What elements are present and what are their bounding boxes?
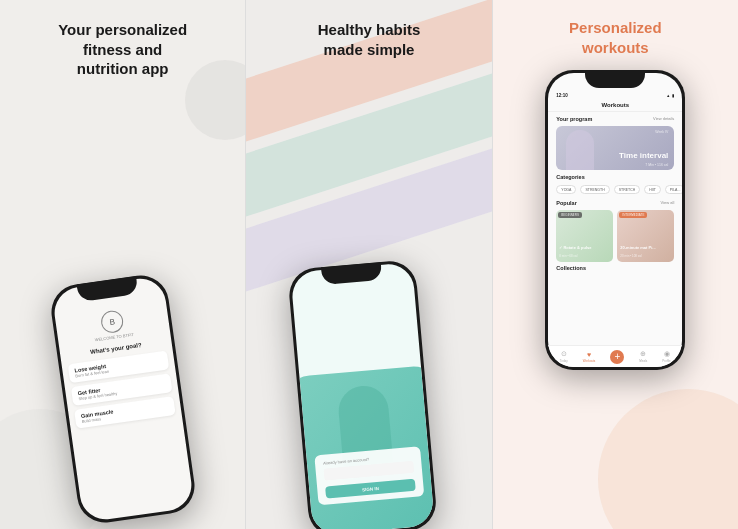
phone-mid: Already have an account? SIGN IN xyxy=(287,259,438,529)
nav-today-label: Today xyxy=(560,359,568,363)
question-heading: What's your goal? xyxy=(90,342,142,355)
profile-icon: ◉ xyxy=(664,350,670,358)
sign-in-form: Already have an account? SIGN IN xyxy=(314,446,424,505)
mid-heading: Healthy habits made simple xyxy=(302,0,437,69)
right-heading: Personalized workouts xyxy=(553,0,678,67)
program-title: Time interval xyxy=(619,152,668,160)
nav-add[interactable]: + xyxy=(610,350,624,364)
cat-strength[interactable]: STRENGTH xyxy=(580,185,609,194)
today-icon: ⊙ xyxy=(561,350,567,358)
beginner-badge: BEGINNERS xyxy=(558,212,582,218)
cat-stretch[interactable]: STRETCH xyxy=(614,185,641,194)
categories-label: Categories xyxy=(548,170,682,182)
sign-in-button[interactable]: SIGN IN xyxy=(325,479,416,499)
nav-today[interactable]: ⊙ Today xyxy=(560,350,568,363)
pop-title-1: ✓ Rotate & pulse xyxy=(559,245,591,250)
nav-meals[interactable]: ⊕ Meals xyxy=(639,350,647,363)
pop-meta-2: 20 min • 108 cal xyxy=(620,254,641,258)
cat-yoga[interactable]: YOGA xyxy=(556,185,576,194)
person-silhouette xyxy=(566,130,594,170)
nav-profile[interactable]: ◉ Profile xyxy=(662,350,671,363)
welcome-text: WELCOME TO BTFIT xyxy=(94,332,134,342)
panel-mid: Healthy habits made simple Already have … xyxy=(246,0,492,529)
add-icon[interactable]: + xyxy=(610,350,624,364)
phone-right: 12:10 ▲ ▮ Workouts Your program View det… xyxy=(545,70,685,370)
pop-meta-1: 8 min • 68 cal xyxy=(559,254,577,258)
logo-circle: B xyxy=(99,309,124,334)
nav-workouts-label: Workouts xyxy=(583,359,596,363)
collections-label: Collections xyxy=(548,262,682,271)
panel-right: Personalized workouts 12:10 ▲ ▮ Workouts xyxy=(493,0,738,529)
sign-in-btn-label: SIGN IN xyxy=(362,485,379,491)
bottom-nav: ⊙ Today ♥ Workouts + ⊕ Meals xyxy=(548,345,682,367)
wifi-icon: ▲ xyxy=(666,93,670,98)
program-label: Your program xyxy=(556,112,592,124)
nav-title: Workouts xyxy=(602,102,630,108)
popular-card-2[interactable]: INTERMEDIATE 20-minute mat Pi... 20 min … xyxy=(617,210,674,262)
time-display: 12:10 xyxy=(556,93,568,98)
notch-right xyxy=(585,70,645,88)
app-nav-bar: Workouts xyxy=(548,100,682,112)
panel-left: Your personalized fitness and nutrition … xyxy=(0,0,246,529)
popular-card-1[interactable]: BEGINNERS ✓ Rotate & pulse 8 min • 68 ca… xyxy=(556,210,613,262)
cat-hiit[interactable]: HIIT xyxy=(644,185,661,194)
categories-row: YOGA STRENGTH STRETCH HIIT PILA... xyxy=(548,182,682,197)
popular-row: BEGINNERS ✓ Rotate & pulse 8 min • 68 ca… xyxy=(548,210,682,262)
program-week: Week IV xyxy=(655,130,668,134)
status-icons: ▲ ▮ xyxy=(666,93,674,98)
nav-workouts[interactable]: ♥ Workouts xyxy=(583,351,596,363)
program-card: Week IV Time interval 7 Min • 116 cal xyxy=(556,126,674,170)
battery-icon: ▮ xyxy=(672,93,674,98)
logo-area: B WELCOME TO BTFIT xyxy=(91,308,134,342)
meals-icon: ⊕ xyxy=(640,350,646,358)
nav-meals-label: Meals xyxy=(639,359,647,363)
status-bar: 12:10 ▲ ▮ xyxy=(548,91,682,100)
left-heading: Your personalized fitness and nutrition … xyxy=(42,0,203,89)
popular-label: Popular xyxy=(556,197,576,208)
program-link[interactable]: View details xyxy=(653,116,674,121)
workouts-icon: ♥ xyxy=(587,351,591,358)
pop-title-2: 20-minute mat Pi... xyxy=(620,245,655,250)
program-section-row: Your program View details xyxy=(548,112,682,126)
intermediate-badge: INTERMEDIATE xyxy=(619,212,647,218)
program-meta: 7 Min • 116 cal xyxy=(645,163,668,167)
cat-pilates[interactable]: PILA... xyxy=(665,185,682,194)
popular-link[interactable]: View all xyxy=(661,200,675,205)
popular-section-row: Popular View all xyxy=(548,197,682,210)
nav-profile-label: Profile xyxy=(662,359,671,363)
